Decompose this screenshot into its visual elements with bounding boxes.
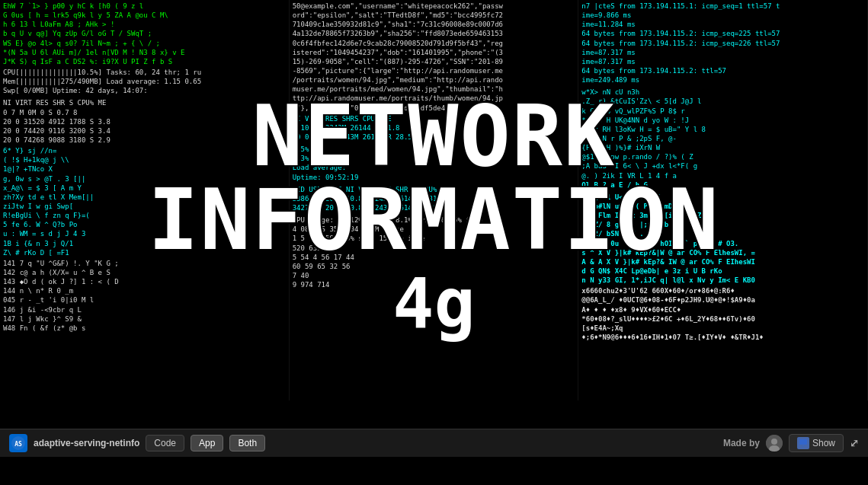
terminal-panel-left-top: EhW 7 `1> } p00 y hC k [h0 ( 9 z l G 0us… [0,0,290,400]
app-name-label: adaptive-serving-netinfo [34,438,139,448]
app-icon: AS [9,434,27,452]
expand-icon[interactable]: ⤢ [850,437,859,449]
terminal-panel-middle: 50@example.com","username":"whitepeacock… [290,0,579,400]
app-logo-icon: AS [11,436,26,451]
tab-app-button[interactable]: App [191,435,223,451]
user-avatar [766,435,783,451]
show-icon [797,437,809,449]
svg-rect-5 [799,439,807,445]
svg-marker-6 [802,445,804,447]
avatar-image [766,435,783,451]
show-icon-svg [799,439,808,448]
made-by-label: Made by [723,438,760,448]
show-button-label: Show [812,438,835,448]
bottom-toolbar: AS adaptive-serving-netinfo Code App Bot… [0,429,868,457]
svg-point-3 [771,439,777,445]
show-button[interactable]: Show [789,434,844,452]
tab-code-button[interactable]: Code [146,435,184,451]
tab-both-button[interactable]: Both [229,435,265,451]
terminal-background: EhW 7 `1> } p00 y hC k [h0 ( 9 z l G 0us… [0,0,868,457]
terminal-panel-right: n7 |cteS from 173.194.115.1: icmp_seq=1 … [578,0,868,400]
svg-text:AS: AS [14,441,22,448]
toolbar-left-section: AS adaptive-serving-netinfo Code App Bot… [9,434,717,452]
toolbar-right-section: Made by Show ⤢ [723,434,859,452]
